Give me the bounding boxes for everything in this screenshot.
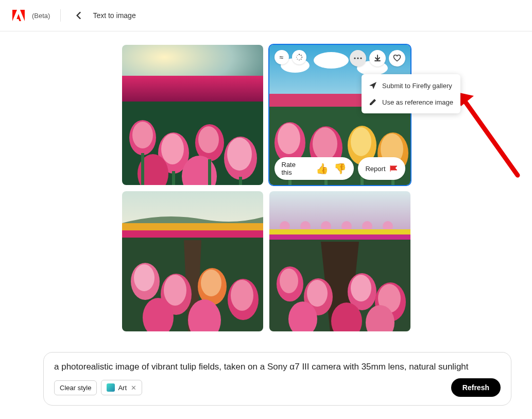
svg-point-8 <box>198 126 219 153</box>
ellipsis-icon <box>354 57 362 59</box>
more-options-button[interactable] <box>350 50 366 66</box>
svg-point-32 <box>297 59 298 60</box>
svg-point-37 <box>360 57 362 59</box>
svg-point-10 <box>227 138 252 171</box>
tile-bottom-actions: Rate this 👍 👎 Report <box>274 157 405 180</box>
result-tile[interactable] <box>122 45 263 185</box>
svg-point-34 <box>297 55 297 56</box>
menu-item-label: Submit to Firefly gallery <box>382 82 452 90</box>
header-divider <box>60 9 61 22</box>
rate-label: Rate this <box>282 161 306 176</box>
refresh-button[interactable]: Refresh <box>451 378 501 397</box>
generated-image <box>122 191 263 331</box>
svg-point-67 <box>307 280 328 307</box>
menu-item-label: Use as reference image <box>382 98 453 106</box>
style-tag-chip[interactable]: Art ✕ <box>101 380 142 395</box>
generated-image <box>269 191 410 331</box>
svg-point-24 <box>351 127 371 156</box>
svg-point-46 <box>164 275 186 306</box>
app-header: (Beta) Text to image <box>0 0 532 31</box>
svg-point-30 <box>300 59 301 60</box>
menu-use-reference[interactable]: Use as reference image <box>362 94 460 110</box>
back-button[interactable] <box>71 8 85 23</box>
svg-point-69 <box>351 275 371 301</box>
result-tile[interactable] <box>122 191 263 331</box>
thumbs-down-button[interactable]: 👎 <box>334 162 347 175</box>
button-label: Refresh <box>462 383 489 392</box>
download-icon <box>373 54 382 62</box>
svg-point-20 <box>278 123 300 154</box>
prompt-chip-row: Clear style Art ✕ Refresh <box>54 378 501 397</box>
prompt-bar: Clear style Art ✕ Refresh <box>43 352 511 406</box>
result-tile-active[interactable]: ≈ Rate this 👍 👎 Report <box>269 45 410 185</box>
pencil-icon <box>369 98 377 106</box>
loading-style-icon[interactable] <box>292 50 306 64</box>
svg-point-50 <box>231 280 253 311</box>
svg-point-4 <box>132 122 153 148</box>
flag-icon <box>390 165 398 172</box>
chip-label: Clear style <box>60 384 91 392</box>
svg-point-35 <box>354 57 355 59</box>
svg-point-48 <box>201 270 221 296</box>
menu-submit-gallery[interactable]: Submit to Firefly gallery <box>362 77 460 94</box>
send-icon <box>369 81 377 90</box>
beta-label: (Beta) <box>32 12 50 20</box>
more-options-menu: Submit to Firefly gallery Use as referen… <box>362 74 460 113</box>
clear-style-button[interactable]: Clear style <box>54 380 97 395</box>
svg-point-6 <box>161 133 184 164</box>
prompt-input[interactable] <box>54 362 501 378</box>
page-title: Text to image <box>93 11 135 20</box>
report-button[interactable]: Report <box>358 157 405 180</box>
remove-style-tag-button[interactable]: ✕ <box>131 384 136 392</box>
svg-point-36 <box>357 57 358 59</box>
svg-point-44 <box>134 264 155 291</box>
similar-style-icon[interactable]: ≈ <box>274 50 289 64</box>
svg-point-29 <box>301 57 302 58</box>
rate-pill: Rate this 👍 👎 <box>274 157 354 180</box>
favorite-button[interactable] <box>389 50 405 66</box>
svg-point-27 <box>298 54 299 55</box>
svg-point-15 <box>314 52 349 69</box>
thumbs-up-button[interactable]: 👍 <box>316 162 329 175</box>
style-tag-swatch-icon <box>107 383 115 392</box>
svg-point-22 <box>313 127 337 160</box>
heart-icon <box>393 54 401 62</box>
tile-style-indicators: ≈ <box>274 50 306 64</box>
chevron-left-icon <box>76 12 81 19</box>
svg-point-28 <box>300 55 301 56</box>
generated-image <box>122 45 263 185</box>
adobe-logo-icon <box>12 10 25 21</box>
svg-point-31 <box>299 59 300 60</box>
chip-label: Art <box>118 384 127 392</box>
svg-point-33 <box>296 57 297 57</box>
download-button[interactable] <box>369 50 386 66</box>
svg-point-65 <box>280 269 298 293</box>
report-label: Report <box>365 165 385 173</box>
tile-action-buttons <box>350 50 405 66</box>
result-tile[interactable] <box>269 191 410 331</box>
